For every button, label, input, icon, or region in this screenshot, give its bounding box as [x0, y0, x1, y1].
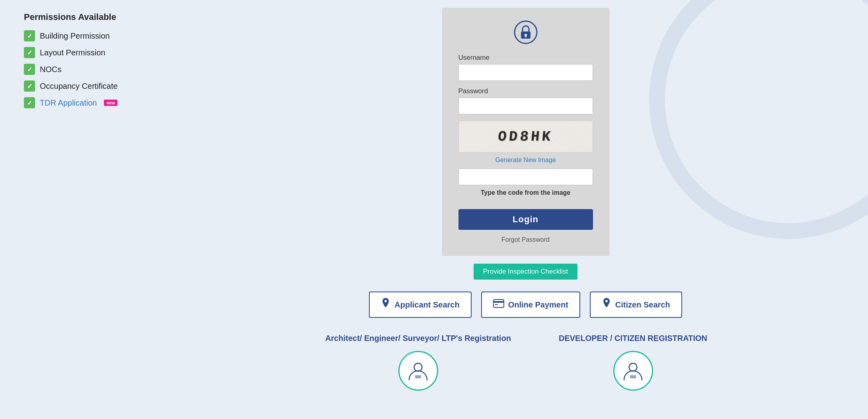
svg-rect-8	[415, 375, 421, 378]
captcha-hint: Type the code from the image	[458, 189, 593, 196]
svg-rect-3	[525, 35, 526, 37]
login-box: Username Password OD8HK Generate New Ima…	[442, 8, 609, 256]
generate-new-image-link[interactable]: Generate New Image	[458, 157, 593, 164]
new-badge: new	[104, 100, 117, 106]
svg-rect-5	[493, 301, 504, 303]
engineer-registration-title: Architect/ Engineer/ Surveyor/ LTP's Reg…	[325, 334, 511, 343]
permission-item-occupancy: Occupancy Certificate	[24, 80, 191, 92]
developer-avatar-circle	[613, 351, 653, 391]
permission-item-layout: Layout Permission	[24, 47, 191, 58]
captcha-text: OD8HK	[497, 129, 554, 145]
password-input[interactable]	[458, 98, 593, 114]
check-icon-nocs	[24, 64, 35, 75]
developer-registration-column: DEVELOPER / CITIZEN REGISTRATION	[534, 334, 733, 391]
permission-label-layout: Layout Permission	[40, 48, 105, 57]
svg-rect-6	[495, 304, 498, 305]
registration-section: Architect/ Engineer/ Surveyor/ LTP's Reg…	[207, 334, 844, 391]
action-buttons-row: Applicant Search Online Payment	[369, 292, 682, 318]
forgot-password-link[interactable]: Forgot Password	[501, 236, 550, 243]
username-label: Username	[458, 54, 593, 62]
captcha-image: OD8HK	[458, 121, 593, 153]
permissions-panel: Permissions Available Building Permissio…	[24, 8, 191, 114]
online-payment-label: Online Payment	[508, 300, 568, 309]
permission-label-building: Building Permission	[40, 31, 110, 41]
online-payment-button[interactable]: Online Payment	[481, 292, 580, 318]
svg-rect-4	[493, 300, 504, 307]
login-button[interactable]: Login	[458, 209, 593, 230]
tdr-application-link[interactable]: TDR Application	[40, 98, 97, 108]
lock-icon-wrap	[514, 20, 538, 46]
permissions-title: Permissions Available	[24, 12, 191, 22]
developer-registration-title: DEVELOPER / CITIZEN REGISTRATION	[559, 334, 707, 343]
permission-label-occupancy: Occupancy Certificate	[40, 82, 118, 91]
engineer-avatar-icon	[407, 360, 429, 382]
citizen-search-label: Citizen Search	[615, 300, 670, 309]
check-icon-building	[24, 30, 35, 41]
captcha-input[interactable]	[458, 168, 593, 185]
svg-point-7	[414, 363, 422, 371]
permission-item-nocs: NOCs	[24, 64, 191, 75]
permission-item-building: Building Permission	[24, 30, 191, 41]
check-icon-layout	[24, 47, 35, 58]
applicant-search-label: Applicant Search	[394, 300, 459, 309]
inspection-checklist-button[interactable]: Provide Inspection Checklist	[474, 264, 578, 280]
applicant-search-button[interactable]: Applicant Search	[369, 292, 471, 318]
password-label: Password	[458, 87, 593, 95]
engineer-registration-column: Architect/ Engineer/ Surveyor/ LTP's Reg…	[319, 334, 518, 391]
citizen-search-button[interactable]: Citizen Search	[590, 292, 682, 318]
svg-rect-10	[630, 375, 636, 378]
permission-item-tdr: TDR Application new	[24, 97, 191, 108]
username-group: Username	[458, 54, 593, 81]
username-input[interactable]	[458, 64, 593, 81]
citizen-search-icon	[602, 298, 611, 311]
applicant-search-icon	[381, 298, 390, 311]
check-icon-occupancy	[24, 80, 35, 92]
svg-point-9	[629, 363, 637, 371]
developer-avatar-icon	[622, 360, 644, 382]
lock-icon	[514, 20, 538, 44]
password-group: Password	[458, 87, 593, 114]
online-payment-icon	[493, 299, 504, 310]
captcha-group: OD8HK Generate New Image Type the code f…	[458, 121, 593, 203]
center-panel: Username Password OD8HK Generate New Ima…	[207, 8, 844, 391]
permission-label-nocs: NOCs	[40, 65, 61, 74]
check-icon-tdr	[24, 97, 35, 108]
engineer-avatar-circle	[398, 351, 438, 391]
